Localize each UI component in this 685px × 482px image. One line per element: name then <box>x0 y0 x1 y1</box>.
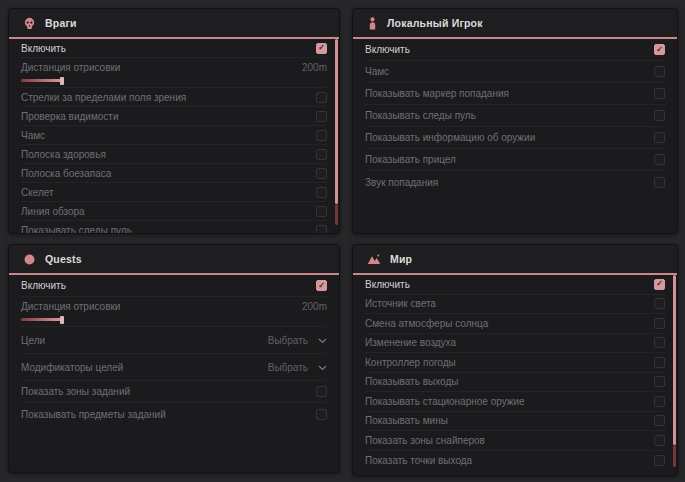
select-label: Модификаторы целей <box>21 362 123 373</box>
setting-row-toggle: Показывать прицел <box>365 149 665 171</box>
checkbox-checked[interactable]: ✓ <box>654 279 665 290</box>
checkbox-unchecked[interactable] <box>654 66 665 77</box>
checkbox-unchecked[interactable] <box>316 206 327 217</box>
slider-label: Дистанция отрисовки <box>21 62 120 73</box>
checkbox-checked[interactable]: ✓ <box>316 43 327 54</box>
setting-label: Изменение воздуха <box>365 337 456 348</box>
panel-enemies-body: Включить✓Дистанция отрисовки200mСтрелки … <box>9 39 339 234</box>
setting-row-toggle: Включить✓ <box>21 275 327 297</box>
slider-handle[interactable] <box>60 316 64 324</box>
setting-label: Показать зоны снайперов <box>365 435 485 446</box>
scrollbar-thumb[interactable] <box>335 39 338 204</box>
setting-row-toggle: Включить✓ <box>21 39 327 58</box>
setting-label: Полоска боезапаса <box>21 168 111 179</box>
checkbox-unchecked[interactable] <box>316 225 327 234</box>
panel-title: Мир <box>390 253 412 265</box>
setting-row-toggle: Проверка видимости <box>21 107 327 126</box>
setting-label: Показывать прицел <box>365 154 456 165</box>
setting-row-toggle: Показывать информацию об оружии <box>365 127 665 149</box>
panel-local-player: Локальный Игрок Включить✓ЧамсПоказывать … <box>352 8 678 234</box>
checkbox-unchecked[interactable] <box>654 88 665 99</box>
setting-label: Показать зоны заданий <box>21 386 130 397</box>
setting-row-toggle: Чамс <box>365 61 665 83</box>
slider-value: 200m <box>302 62 327 73</box>
checkbox-unchecked[interactable] <box>654 455 665 466</box>
select-dropdown[interactable]: Выбрать <box>268 362 327 373</box>
setting-row-toggle: Изменение воздуха <box>365 334 665 354</box>
checkbox-unchecked[interactable] <box>654 337 665 348</box>
setting-row-toggle: Включить✓ <box>365 39 665 61</box>
setting-label: Показывать следы пуль <box>365 110 476 121</box>
setting-row-toggle: Показать зоны заданий <box>21 381 327 403</box>
panel-scrollbar[interactable] <box>335 39 338 231</box>
checkbox-unchecked[interactable] <box>316 130 327 141</box>
select-label: Цели <box>21 335 45 346</box>
checkbox-unchecked[interactable] <box>654 435 665 446</box>
setting-row-toggle: Источник света <box>365 295 665 315</box>
setting-label: Линия обзора <box>21 206 85 217</box>
setting-label: Стрелки за пределами поля зрения <box>21 92 186 103</box>
checkbox-unchecked[interactable] <box>654 376 665 387</box>
setting-label: Звук попадания <box>365 177 438 188</box>
slider-track[interactable] <box>21 76 327 85</box>
cheat-menu-screen: Враги Включить✓Дистанция отрисовки200mСт… <box>0 0 685 482</box>
setting-row-toggle: Показывать следы пуль <box>365 105 665 127</box>
panel-quests-body: Включить✓Дистанция отрисовки200mЦелиВыбр… <box>9 275 339 425</box>
setting-row-slider: Дистанция отрисовки200m <box>21 297 327 327</box>
person-icon <box>367 17 378 30</box>
setting-label: Чамс <box>365 66 389 77</box>
checkbox-unchecked[interactable] <box>316 187 327 198</box>
checkbox-unchecked[interactable] <box>316 92 327 103</box>
setting-label: Полоска здоровья <box>21 149 106 160</box>
slider-fill <box>21 318 61 321</box>
checkbox-unchecked[interactable] <box>654 396 665 407</box>
setting-row-select: Модификаторы целейВыбрать <box>21 354 327 381</box>
panel-local-player-header: Локальный Игрок <box>353 9 677 39</box>
setting-row-toggle: Полоска боезапаса <box>21 164 327 183</box>
slider-value: 200m <box>302 301 327 312</box>
scrollbar-track-end <box>335 204 338 225</box>
select-value: Выбрать <box>268 335 308 346</box>
setting-label: Чамс <box>21 130 45 141</box>
setting-row-toggle: Показывать следы пуль <box>21 221 327 234</box>
setting-row-toggle: Звук попадания <box>365 171 665 193</box>
checkbox-unchecked[interactable] <box>654 357 665 368</box>
checkbox-checked[interactable]: ✓ <box>316 280 327 291</box>
mountain-icon <box>367 253 381 265</box>
setting-row-toggle: Включить✓ <box>365 275 665 295</box>
setting-label: Включить <box>21 43 66 54</box>
chevron-down-icon <box>318 362 327 373</box>
setting-row-toggle: Стрелки за пределами поля зрения <box>21 88 327 107</box>
checkbox-unchecked[interactable] <box>654 177 665 188</box>
checkbox-checked[interactable]: ✓ <box>654 44 665 55</box>
checkbox-unchecked[interactable] <box>316 386 327 397</box>
checkbox-unchecked[interactable] <box>654 110 665 121</box>
setting-label: Показывать маркер попадания <box>365 88 509 99</box>
setting-label: Включить <box>365 44 410 55</box>
checkbox-unchecked[interactable] <box>654 132 665 143</box>
setting-row-select: ЦелиВыбрать <box>21 327 327 354</box>
slider-handle[interactable] <box>60 77 64 85</box>
checkbox-unchecked[interactable] <box>654 298 665 309</box>
checkbox-unchecked[interactable] <box>316 409 327 420</box>
checkbox-unchecked[interactable] <box>316 111 327 122</box>
select-dropdown[interactable]: Выбрать <box>268 335 327 346</box>
setting-label: Скелет <box>21 187 54 198</box>
slider-track[interactable] <box>21 315 327 324</box>
setting-row-toggle: Линия обзора <box>21 202 327 221</box>
scrollbar-thumb[interactable] <box>673 275 676 445</box>
setting-row-toggle: Показывать выходы <box>365 373 665 393</box>
panel-title: Локальный Игрок <box>387 17 483 29</box>
setting-label: Включить <box>365 279 410 290</box>
checkbox-unchecked[interactable] <box>654 415 665 426</box>
checkbox-unchecked[interactable] <box>654 318 665 329</box>
setting-label: Показывать следы пуль <box>21 225 132 234</box>
panel-scrollbar[interactable] <box>673 275 676 473</box>
panel-quests-header: Quests <box>9 245 339 275</box>
checkbox-unchecked[interactable] <box>316 149 327 160</box>
setting-row-toggle: Чамс <box>21 126 327 145</box>
setting-label: Показывать мины <box>365 415 448 426</box>
checkbox-unchecked[interactable] <box>316 168 327 179</box>
checkbox-unchecked[interactable] <box>654 154 665 165</box>
skull-icon <box>23 17 36 30</box>
